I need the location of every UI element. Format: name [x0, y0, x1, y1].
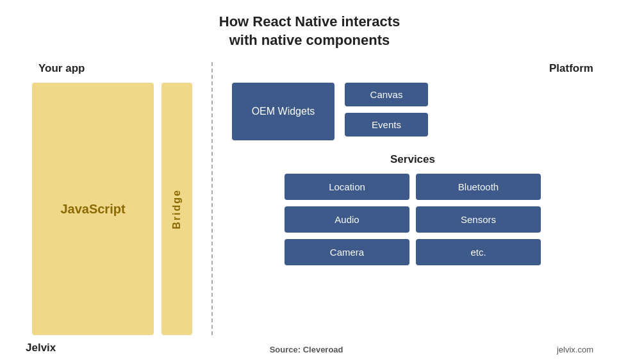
platform-boxes: OEM Widgets Canvas Events	[232, 83, 593, 140]
service-box: Sensors	[416, 206, 541, 233]
platform-area: Platform OEM Widgets Canvas Events	[232, 62, 593, 140]
bridge-label: Bridge	[171, 189, 183, 229]
content-area: Your app JavaScript Bridge Platform OEM …	[26, 62, 593, 335]
service-box: Camera	[285, 239, 409, 265]
website-url: jelvix.com	[557, 345, 593, 354]
services-area: Services LocationBluetoothAudioSensorsCa…	[232, 153, 593, 335]
javascript-label: JavaScript	[60, 202, 125, 217]
source-prefix: Source:	[270, 345, 301, 354]
oem-label: OEM Widgets	[252, 106, 315, 117]
service-box: Bluetooth	[416, 174, 541, 200]
service-box: Location	[285, 174, 409, 200]
source-name: Cleveroad	[303, 345, 343, 354]
service-box: Audio	[285, 206, 409, 233]
events-label: Events	[372, 119, 401, 130]
vertical-divider	[211, 62, 213, 335]
javascript-box: JavaScript	[32, 83, 154, 335]
bridge-box: Bridge	[161, 83, 192, 335]
services-grid: LocationBluetoothAudioSensorsCameraetc.	[285, 174, 541, 265]
left-section: Your app JavaScript Bridge	[26, 62, 205, 335]
events-box: Events	[345, 113, 428, 136]
services-title: Services	[232, 153, 593, 166]
left-boxes: JavaScript Bridge	[26, 83, 199, 335]
canvas-label: Canvas	[370, 89, 403, 100]
canvas-events-group: Canvas Events	[345, 83, 428, 136]
brand-label: Jelvix	[26, 342, 56, 354]
canvas-box: Canvas	[345, 83, 428, 106]
footer: Jelvix Source: Cleveroad jelvix.com	[26, 342, 593, 354]
your-app-title: Your app	[26, 62, 85, 75]
oem-widgets-box: OEM Widgets	[232, 83, 334, 140]
platform-title: Platform	[232, 62, 593, 75]
right-section: Platform OEM Widgets Canvas Events	[219, 62, 593, 335]
source-text: Source: Cleveroad	[270, 345, 343, 354]
main-title: How React Native interacts with native c…	[26, 13, 593, 49]
service-box: etc.	[416, 239, 541, 265]
main-container: How React Native interacts with native c…	[0, 0, 619, 364]
